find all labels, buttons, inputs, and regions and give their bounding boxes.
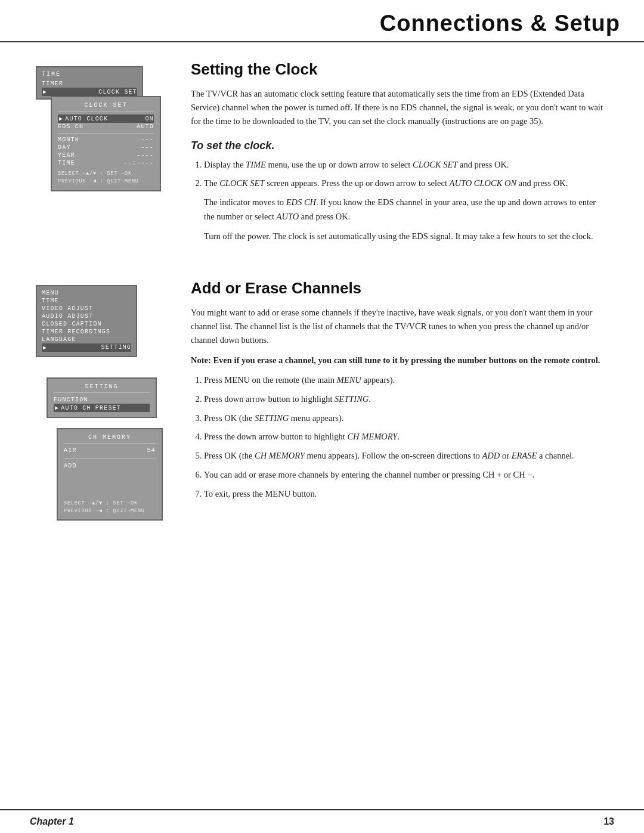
add-erase-title: Add or Erase Channels: [191, 279, 608, 298]
ae-step-3: Press OK (the SETTING menu appears).: [204, 411, 608, 426]
page-footer: Chapter 1 13: [0, 809, 644, 833]
time-menu-outer: TIME TIMER ▶CLOCK SET: [36, 66, 143, 100]
add-erase-intro: You might want to add or erase some chan…: [191, 306, 608, 348]
add-erase-channels-text: Add or Erase Channels You might want to …: [191, 279, 608, 506]
page-title: Connections & Setup: [24, 11, 620, 36]
ae-step-1: Press MENU on the remote (the main MENU …: [204, 373, 608, 388]
setting-clock-intro: The TV/VCR has an automatic clock settin…: [191, 87, 608, 129]
ae-step-7: To exit, press the MENU button.: [204, 487, 608, 501]
set-clock-subheading: To set the clock.: [191, 140, 608, 152]
footer-page-number: 13: [603, 816, 614, 827]
setting-clock-text: Setting the Clock The TV/VCR has an auto…: [191, 60, 608, 249]
ae-step-2: Press down arrow button to highlight SET…: [204, 392, 608, 407]
main-menu-outer: MENU TIME VIDEO ADJUST AUDIO ADJUST CLOS…: [36, 285, 137, 357]
setting-clock-title: Setting the Clock: [191, 60, 608, 79]
step-1: Display the TIME menu, use the up or dow…: [204, 158, 608, 172]
ae-step-5: Press OK (the CH MEMORY menu appears). F…: [204, 449, 608, 463]
ae-step-4: Press the down arrow button to highlight…: [204, 430, 608, 444]
channel-menu-image: MENU TIME VIDEO ADJUST AUDIO ADJUST CLOS…: [36, 279, 167, 559]
add-erase-steps: Press MENU on the remote (the main MENU …: [204, 373, 608, 501]
ch-memory-submenu: CH MEMORY AIR 54 ADD SELECT →▲/▼ : SET →…: [57, 428, 163, 521]
section-setting-clock: TIME TIMER ▶CLOCK SET CLOCK SET ▶AUTO CL…: [36, 60, 608, 249]
setting-submenu: SETTING FUNCTION ▶AUTO CH PRESET: [47, 377, 157, 418]
ae-step-6: You can add or erase more channels by en…: [204, 468, 608, 482]
step-2: The CLOCK SET screen appears. Press the …: [204, 176, 608, 243]
set-clock-steps: Display the TIME menu, use the up or dow…: [204, 158, 608, 243]
clock-set-menu-image: TIME TIMER ▶CLOCK SET CLOCK SET ▶AUTO CL…: [36, 60, 167, 221]
clock-set-menu-inner: CLOCK SET ▶AUTO CLOCK ON EDS CH AUTO MON…: [51, 96, 161, 191]
page-header: Connections & Setup: [0, 0, 644, 42]
add-erase-note: Note: Even if you erase a channel, you c…: [191, 354, 608, 367]
section-add-erase-channels: MENU TIME VIDEO ADJUST AUDIO ADJUST CLOS…: [36, 279, 608, 559]
main-content: TIME TIMER ▶CLOCK SET CLOCK SET ▶AUTO CL…: [0, 42, 644, 619]
footer-chapter-label: Chapter 1: [30, 816, 74, 827]
